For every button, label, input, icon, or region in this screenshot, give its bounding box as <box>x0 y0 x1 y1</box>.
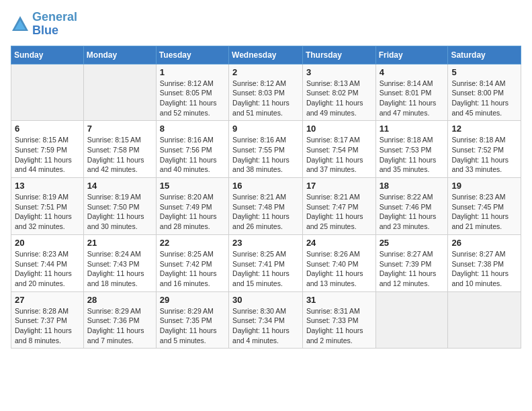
day-info: Sunrise: 8:30 AM Sunset: 7:34 PM Dayligh… <box>232 306 299 346</box>
day-number: 9 <box>232 124 299 134</box>
day-info: Sunrise: 8:18 AM Sunset: 7:53 PM Dayligh… <box>380 135 445 175</box>
day-info: Sunrise: 8:23 AM Sunset: 7:44 PM Dayligh… <box>15 249 80 289</box>
calendar-cell: 8Sunrise: 8:16 AM Sunset: 7:56 PM Daylig… <box>156 121 228 178</box>
calendar-week-row: 6Sunrise: 8:15 AM Sunset: 7:59 PM Daylig… <box>11 121 521 178</box>
calendar-cell: 10Sunrise: 8:17 AM Sunset: 7:54 PM Dayli… <box>302 121 375 178</box>
logo-icon <box>11 15 30 34</box>
day-info: Sunrise: 8:12 AM Sunset: 8:05 PM Dayligh… <box>160 79 225 118</box>
day-number: 2 <box>232 67 299 77</box>
day-info: Sunrise: 8:18 AM Sunset: 7:52 PM Dayligh… <box>451 135 517 175</box>
calendar-cell: 20Sunrise: 8:23 AM Sunset: 7:44 PM Dayli… <box>11 234 84 291</box>
header-friday: Friday <box>375 46 448 64</box>
day-number: 13 <box>15 181 80 191</box>
day-number: 7 <box>87 124 152 134</box>
day-info: Sunrise: 8:23 AM Sunset: 7:45 PM Dayligh… <box>451 192 517 232</box>
calendar-week-row: 13Sunrise: 8:19 AM Sunset: 7:51 PM Dayli… <box>11 178 521 235</box>
header-saturday: Saturday <box>448 46 521 64</box>
calendar-cell: 13Sunrise: 8:19 AM Sunset: 7:51 PM Dayli… <box>11 178 84 235</box>
day-info: Sunrise: 8:13 AM Sunset: 8:02 PM Dayligh… <box>306 79 372 118</box>
day-number: 10 <box>306 124 372 134</box>
day-info: Sunrise: 8:21 AM Sunset: 7:47 PM Dayligh… <box>306 192 372 232</box>
day-number: 22 <box>160 238 225 248</box>
day-info: Sunrise: 8:20 AM Sunset: 7:49 PM Dayligh… <box>160 192 225 232</box>
day-info: Sunrise: 8:12 AM Sunset: 8:03 PM Dayligh… <box>232 79 299 118</box>
calendar-cell: 9Sunrise: 8:16 AM Sunset: 7:55 PM Daylig… <box>229 121 303 178</box>
calendar-week-row: 27Sunrise: 8:28 AM Sunset: 7:37 PM Dayli… <box>11 291 521 349</box>
calendar-cell: 3Sunrise: 8:13 AM Sunset: 8:02 PM Daylig… <box>302 64 375 121</box>
day-info: Sunrise: 8:19 AM Sunset: 7:51 PM Dayligh… <box>15 192 80 232</box>
day-number: 19 <box>451 181 517 191</box>
day-number: 31 <box>306 295 372 305</box>
day-info: Sunrise: 8:19 AM Sunset: 7:50 PM Dayligh… <box>87 192 152 232</box>
calendar-cell: 21Sunrise: 8:24 AM Sunset: 7:43 PM Dayli… <box>83 234 156 291</box>
calendar-cell: 23Sunrise: 8:25 AM Sunset: 7:41 PM Dayli… <box>229 234 303 291</box>
calendar-cell: 24Sunrise: 8:26 AM Sunset: 7:40 PM Dayli… <box>302 234 375 291</box>
day-info: Sunrise: 8:25 AM Sunset: 7:42 PM Dayligh… <box>160 249 225 289</box>
calendar-table: SundayMondayTuesdayWednesdayThursdayFrid… <box>11 46 521 349</box>
day-info: Sunrise: 8:17 AM Sunset: 7:54 PM Dayligh… <box>306 135 372 175</box>
day-info: Sunrise: 8:29 AM Sunset: 7:36 PM Dayligh… <box>87 306 152 346</box>
calendar-cell: 27Sunrise: 8:28 AM Sunset: 7:37 PM Dayli… <box>11 291 84 349</box>
day-number: 4 <box>380 67 445 77</box>
calendar-cell <box>448 291 521 349</box>
day-number: 8 <box>160 124 225 134</box>
calendar-cell: 14Sunrise: 8:19 AM Sunset: 7:50 PM Dayli… <box>83 178 156 235</box>
day-number: 11 <box>380 124 445 134</box>
day-number: 26 <box>451 238 517 248</box>
day-info: Sunrise: 8:31 AM Sunset: 7:33 PM Dayligh… <box>306 306 372 346</box>
day-number: 12 <box>451 124 517 134</box>
day-number: 24 <box>306 238 372 248</box>
page-header: General Blue <box>11 11 521 38</box>
calendar-cell: 19Sunrise: 8:23 AM Sunset: 7:45 PM Dayli… <box>448 178 521 235</box>
day-number: 16 <box>232 181 299 191</box>
header-tuesday: Tuesday <box>156 46 228 64</box>
calendar-header-row: SundayMondayTuesdayWednesdayThursdayFrid… <box>11 46 521 64</box>
day-number: 1 <box>160 67 225 77</box>
calendar-cell: 11Sunrise: 8:18 AM Sunset: 7:53 PM Dayli… <box>375 121 448 178</box>
day-number: 3 <box>306 67 372 77</box>
calendar-cell: 30Sunrise: 8:30 AM Sunset: 7:34 PM Dayli… <box>229 291 303 349</box>
day-number: 14 <box>87 181 152 191</box>
header-monday: Monday <box>83 46 156 64</box>
calendar-cell <box>83 64 156 121</box>
calendar-cell: 26Sunrise: 8:27 AM Sunset: 7:38 PM Dayli… <box>448 234 521 291</box>
calendar-cell: 15Sunrise: 8:20 AM Sunset: 7:49 PM Dayli… <box>156 178 228 235</box>
calendar-cell: 18Sunrise: 8:22 AM Sunset: 7:46 PM Dayli… <box>375 178 448 235</box>
day-info: Sunrise: 8:22 AM Sunset: 7:46 PM Dayligh… <box>380 192 445 232</box>
calendar-cell: 17Sunrise: 8:21 AM Sunset: 7:47 PM Dayli… <box>302 178 375 235</box>
calendar-cell: 28Sunrise: 8:29 AM Sunset: 7:36 PM Dayli… <box>83 291 156 349</box>
logo-text: General Blue <box>32 11 77 38</box>
day-info: Sunrise: 8:25 AM Sunset: 7:41 PM Dayligh… <box>232 249 299 289</box>
day-number: 20 <box>15 238 80 248</box>
calendar-cell <box>11 64 84 121</box>
day-info: Sunrise: 8:14 AM Sunset: 8:00 PM Dayligh… <box>451 79 517 118</box>
day-number: 25 <box>380 238 445 248</box>
calendar-week-row: 1Sunrise: 8:12 AM Sunset: 8:05 PM Daylig… <box>11 64 521 121</box>
day-info: Sunrise: 8:14 AM Sunset: 8:01 PM Dayligh… <box>380 79 445 118</box>
day-info: Sunrise: 8:26 AM Sunset: 7:40 PM Dayligh… <box>306 249 372 289</box>
calendar-cell: 31Sunrise: 8:31 AM Sunset: 7:33 PM Dayli… <box>302 291 375 349</box>
day-number: 17 <box>306 181 372 191</box>
calendar-cell: 5Sunrise: 8:14 AM Sunset: 8:00 PM Daylig… <box>448 64 521 121</box>
day-number: 21 <box>87 238 152 248</box>
header-thursday: Thursday <box>302 46 375 64</box>
calendar-cell: 16Sunrise: 8:21 AM Sunset: 7:48 PM Dayli… <box>229 178 303 235</box>
calendar-cell <box>375 291 448 349</box>
calendar-cell: 7Sunrise: 8:15 AM Sunset: 7:58 PM Daylig… <box>83 121 156 178</box>
day-number: 23 <box>232 238 299 248</box>
day-info: Sunrise: 8:15 AM Sunset: 7:59 PM Dayligh… <box>15 135 80 175</box>
header-wednesday: Wednesday <box>229 46 303 64</box>
calendar-cell: 29Sunrise: 8:29 AM Sunset: 7:35 PM Dayli… <box>156 291 228 349</box>
calendar-cell: 4Sunrise: 8:14 AM Sunset: 8:01 PM Daylig… <box>375 64 448 121</box>
day-info: Sunrise: 8:21 AM Sunset: 7:48 PM Dayligh… <box>232 192 299 232</box>
day-number: 18 <box>380 181 445 191</box>
day-info: Sunrise: 8:27 AM Sunset: 7:38 PM Dayligh… <box>451 249 517 289</box>
day-number: 15 <box>160 181 225 191</box>
calendar-cell: 1Sunrise: 8:12 AM Sunset: 8:05 PM Daylig… <box>156 64 228 121</box>
day-info: Sunrise: 8:16 AM Sunset: 7:56 PM Dayligh… <box>160 135 225 175</box>
calendar-cell: 12Sunrise: 8:18 AM Sunset: 7:52 PM Dayli… <box>448 121 521 178</box>
calendar-cell: 2Sunrise: 8:12 AM Sunset: 8:03 PM Daylig… <box>229 64 303 121</box>
day-number: 5 <box>451 67 517 77</box>
day-info: Sunrise: 8:29 AM Sunset: 7:35 PM Dayligh… <box>160 306 225 346</box>
calendar-cell: 22Sunrise: 8:25 AM Sunset: 7:42 PM Dayli… <box>156 234 228 291</box>
